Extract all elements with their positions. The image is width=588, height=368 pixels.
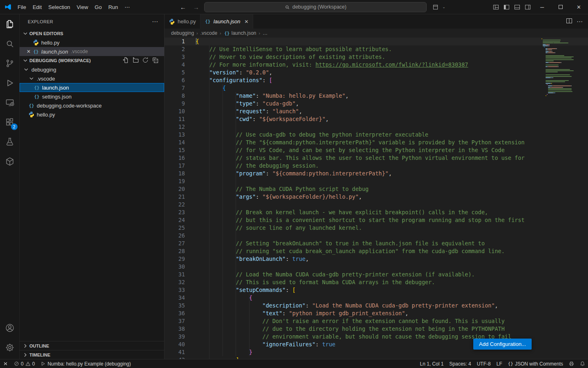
cursor-position-status[interactable]: Ln 1, Col 1 [417,359,446,368]
printer-icon[interactable] [566,359,577,368]
menu-view[interactable]: View [74,0,91,14]
tree-item-launch.json[interactable]: {}launch.json [20,83,164,92]
problems-status[interactable]: 0 0 [11,359,38,368]
tree-item-debugging.code-workspace[interactable]: {}debugging.code-workspace [20,101,164,110]
code-line: 25 // source line of any launched kernel… [165,224,588,232]
open-editor-launch.json[interactable]: ✕{}launch.json.vscode [20,47,164,56]
chevron-down-icon[interactable]: ⌄ [442,5,445,9]
language-mode-status[interactable]: {} JSON with Comments [505,359,566,368]
eol-status[interactable]: LF [494,359,505,368]
line-number: 31 [165,271,185,278]
tree-item-hello.py[interactable]: hello.py [20,110,164,119]
settings-gear-icon[interactable] [0,338,20,357]
menu-file[interactable]: File [14,0,29,14]
code-line: 28 // running "set cuda break_on_launch … [165,247,588,255]
line-number: 33 [165,286,185,294]
run-and-debug-icon[interactable] [0,73,20,93]
line-number: 36 [165,310,185,317]
line-number: 8 [165,92,185,100]
toggle-primary-sidebar-icon[interactable] [501,2,512,12]
line-number: 40 [165,341,185,348]
notifications-bell-icon[interactable] [577,359,588,368]
code-line: 30 [165,263,588,271]
source-control-icon[interactable] [0,54,20,73]
breadcrumb-debugging[interactable]: debugging [171,30,194,36]
menu-go[interactable]: Go [91,0,105,14]
code-line: 8 "name": "Numba: hello.py Example", [165,92,588,100]
remote-explorer-icon[interactable] [0,93,20,112]
indentation-status[interactable]: Spaces: 4 [446,359,474,368]
breadcrumb-.vscode[interactable]: .vscode [200,30,217,36]
workspace-header[interactable]: DEBUGGING (WORKSPACE) [20,56,164,65]
new-folder-icon[interactable] [132,57,139,64]
line-number: 17 [165,162,185,170]
toggle-panel-icon[interactable] [512,2,522,12]
explorer-more-actions-icon[interactable]: ⋯ [152,18,158,25]
explorer-sidebar: EXPLORER ⋯ OPEN EDITORS hello.py✕{}launc… [20,14,165,359]
code-line: 9 "type": "cuda-gdb", [165,100,588,108]
code-line: 13 // Use cuda-gdb to debug the python i… [165,131,588,139]
breadcrumb-launch.json[interactable]: {}launch.json [224,30,256,36]
breadcrumb--[interactable]: … [263,30,267,36]
chevron-right-icon [22,352,29,358]
tab-hello.py[interactable]: hello.py [165,14,200,29]
new-file-icon[interactable] [122,57,129,64]
line-number: 16 [165,154,185,162]
code-line: 2 // Use IntelliSense to learn about pos… [165,45,588,53]
code-editor[interactable]: 1{2 // Use IntelliSense to learn about p… [165,38,588,359]
debug-config-status[interactable]: Numba: hello.py Example (debugging) [38,359,134,368]
containers-icon[interactable] [0,152,20,171]
encoding-status[interactable]: UTF-8 [474,359,494,368]
tree-item-debugging[interactable]: debugging [20,65,164,74]
code-line: 23 // Break on kernel launch - we have e… [165,209,588,216]
close-tab-icon[interactable]: ✕ [245,19,249,25]
toggle-layout-icon[interactable] [566,18,572,25]
code-line: 11 "cwd": "${workspaceFolder}", [165,115,588,123]
minimize-button[interactable]: ─ [533,0,551,14]
menu-run[interactable]: Run [105,0,121,14]
refresh-icon[interactable] [142,57,149,64]
accounts-icon[interactable] [0,318,20,338]
collapse-all-icon[interactable] [152,57,158,64]
nav-forward-button[interactable]: → [191,4,201,11]
extensions-icon[interactable]: 2 [0,112,20,132]
remote-indicator[interactable] [0,359,11,368]
code-line: 16 // status bar. This allows the user t… [165,154,588,162]
add-configuration-button[interactable]: Add Configuration... [473,339,532,350]
nav-back-button[interactable]: ← [178,4,188,11]
new-window-icon[interactable] [430,2,441,12]
explorer-icon[interactable] [0,14,20,34]
maximize-button[interactable] [551,0,570,14]
line-number: 21 [165,193,185,201]
tree-item-.vscode[interactable]: .vscode [20,74,164,83]
line-number: 29 [165,255,185,263]
code-line: 7 { [165,84,588,92]
menu-edit[interactable]: Edit [29,0,45,14]
outline-header[interactable]: OUTLINE [20,341,164,350]
timeline-header[interactable]: TIMELINE [20,350,164,359]
line-number: 3 [165,53,185,61]
line-number: 39 [165,333,185,341]
menu-selection[interactable]: Selection [45,0,73,14]
command-center-search[interactable]: debugging (Workspace) [204,2,427,12]
menu-overflow[interactable]: ⋯ [121,0,133,14]
open-editors-header[interactable]: OPEN EDITORS [20,29,164,38]
customize-layout-icon[interactable] [490,2,501,12]
open-editor-hello.py[interactable]: hello.py [20,38,164,47]
line-number: 37 [165,317,185,325]
code-line: 3 // Hover to view descriptions of exist… [165,53,588,61]
tab-launch.json[interactable]: {}launch.json✕ [200,14,253,29]
editor-more-actions-icon[interactable]: ⋯ [577,18,583,25]
tree-item-settings.json[interactable]: {}settings.json [20,92,164,101]
line-number: 32 [165,278,185,286]
line-number: 13 [165,131,185,139]
chevron-right-icon [22,343,29,349]
close-editor-icon[interactable]: ✕ [27,49,31,54]
toggle-secondary-sidebar-icon[interactable] [522,2,533,12]
code-line: 37 // Don't raise an error if the extens… [165,317,588,325]
close-button[interactable]: ✕ [570,0,588,14]
extensions-badge: 2 [11,123,18,130]
search-sidebar-icon[interactable] [0,34,20,54]
testing-icon[interactable] [0,132,20,152]
minimap[interactable] [541,38,582,96]
